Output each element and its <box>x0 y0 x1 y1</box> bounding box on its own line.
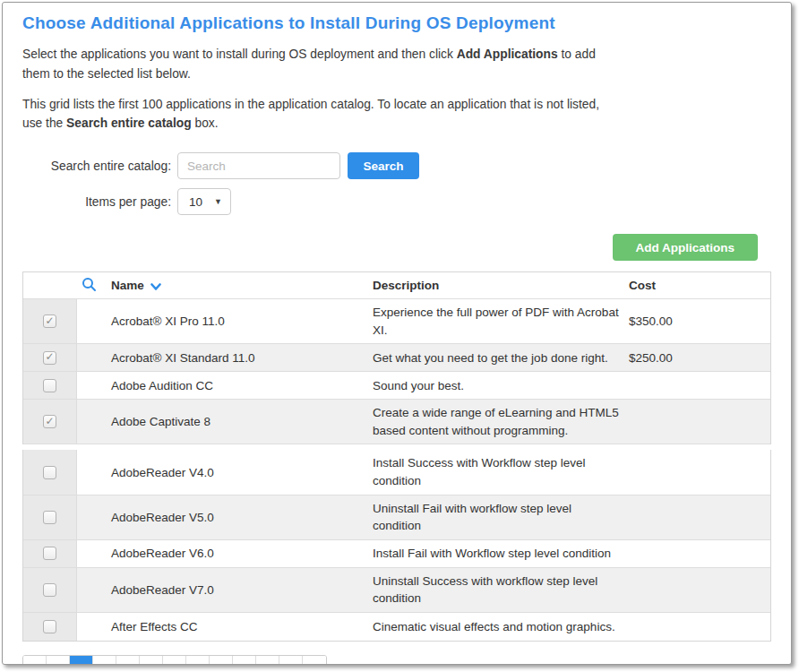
add-applications-button[interactable]: Add Applications <box>613 234 759 261</box>
page-button-10[interactable]: 10 <box>256 656 279 665</box>
table-row: Acrobat® XI Pro 11.0 Experience the full… <box>23 299 770 344</box>
app-description: Get what you need to get the job done ri… <box>373 345 629 372</box>
column-header-name-label: Name <box>111 279 144 292</box>
next-page-button[interactable]: › <box>279 656 303 665</box>
row-checkbox[interactable] <box>43 415 56 428</box>
page-button-7[interactable]: 7 <box>210 656 233 665</box>
row-checkbox[interactable] <box>43 351 56 365</box>
column-header-description[interactable]: Description <box>373 279 629 292</box>
page-button-2[interactable]: 2 <box>93 656 116 665</box>
search-button[interactable]: Search <box>348 152 419 179</box>
sort-descending-chevron-icon <box>150 280 161 294</box>
app-name: After Effects CC <box>77 620 373 633</box>
app-name: AdobeReader V5.0 <box>77 511 373 524</box>
items-per-page-value: 10 <box>189 195 202 209</box>
row-checkbox[interactable] <box>43 466 56 479</box>
intro-text-2-post: box. <box>192 116 219 130</box>
app-name: Adobe Audition CC <box>77 379 373 392</box>
dropdown-caret-icon: ▼ <box>214 197 222 206</box>
page-title: Choose Additional Applications to Instal… <box>22 13 771 33</box>
intro-text-2-bold: Search entire catalog <box>66 116 192 130</box>
search-catalog-label: Search entire catalog: <box>22 159 177 173</box>
first-page-button[interactable]: « <box>23 656 47 665</box>
table-row: AdobeReader V4.0 Install Success with Wo… <box>23 450 770 495</box>
table-row: AdobeReader V6.0 Install Fail with Workf… <box>23 540 770 568</box>
page-button-6[interactable]: 6 <box>186 656 210 665</box>
app-description: Install Fail with Workflow step level co… <box>373 540 629 567</box>
table-row: AdobeReader V7.0 Uninstall Success with … <box>23 568 770 613</box>
intro-text-2: This grid lists the first 100 applicatio… <box>22 95 612 134</box>
row-checkbox[interactable] <box>43 379 56 392</box>
table-row: Adobe Captivate 8 Create a wide range of… <box>23 400 770 444</box>
intro-text-1: Select the applications you want to inst… <box>22 45 612 84</box>
row-checkbox[interactable] <box>43 547 56 560</box>
column-header-cost[interactable]: Cost <box>629 279 770 292</box>
app-description: Install Success with Workflow step level… <box>373 450 629 494</box>
search-icon[interactable] <box>82 277 97 295</box>
page-button-5[interactable]: 5 <box>163 656 186 665</box>
search-input[interactable] <box>177 152 340 179</box>
items-per-page-label: Items per page: <box>22 195 177 209</box>
app-name: AdobeReader V7.0 <box>77 583 373 597</box>
row-checkbox[interactable] <box>43 583 56 597</box>
app-cost: $350.00 <box>629 314 770 328</box>
row-checkbox[interactable] <box>43 511 56 524</box>
prev-page-button[interactable]: ‹ <box>47 656 70 665</box>
app-name: Acrobat® XI Standard 11.0 <box>77 351 373 365</box>
last-page-button[interactable]: » <box>303 656 326 665</box>
app-description: Experience the full power of PDF with Ac… <box>373 299 629 343</box>
app-name: Adobe Captivate 8 <box>77 415 373 428</box>
page-ellipsis: ... <box>233 656 256 665</box>
pagination: « ‹ 1 2 3 4 5 6 7 ... 10 › » <box>22 655 327 665</box>
app-description: Create a wide range of eLearning and HTM… <box>373 400 629 444</box>
row-checkbox[interactable] <box>43 314 56 328</box>
app-description: Uninstall Fail with workflow step level … <box>373 495 629 539</box>
row-checkbox[interactable] <box>43 620 56 633</box>
table-row: After Effects CC Cinematic visual effect… <box>23 613 770 641</box>
app-name: AdobeReader V4.0 <box>77 466 373 479</box>
intro-text-1-pre: Select the applications you want to inst… <box>22 47 457 61</box>
intro-text-1-bold: Add Applications <box>457 47 558 61</box>
app-description: Uninstall Success with workflow step lev… <box>373 568 629 612</box>
app-cost: $250.00 <box>629 351 770 365</box>
items-summary: 100 items in 10 pages <box>339 664 458 665</box>
table-section-gap <box>22 444 771 450</box>
table-row: AdobeReader V5.0 Uninstall Fail with wor… <box>23 495 770 540</box>
page-button-4[interactable]: 4 <box>140 656 163 665</box>
app-description: Cinematic visual effects and motion grap… <box>373 614 629 641</box>
applications-table: Name Description Cost Acrobat® XI Pro 11… <box>22 271 771 642</box>
page-button-3[interactable]: 3 <box>116 656 140 665</box>
column-header-name[interactable]: Name <box>77 278 373 294</box>
table-header-row: Name Description Cost <box>23 272 770 299</box>
page-button-1[interactable]: 1 <box>70 656 93 665</box>
app-description: Sound your best. <box>373 373 629 400</box>
table-row: Adobe Audition CC Sound your best. <box>23 372 770 400</box>
app-name: Acrobat® XI Pro 11.0 <box>77 314 373 328</box>
wizard-dialog: Choose Additional Applications to Instal… <box>2 2 792 665</box>
table-row: Acrobat® XI Standard 11.0 Get what you n… <box>23 344 770 372</box>
items-per-page-select[interactable]: 10 ▼ <box>177 188 231 215</box>
app-name: AdobeReader V6.0 <box>77 547 373 560</box>
